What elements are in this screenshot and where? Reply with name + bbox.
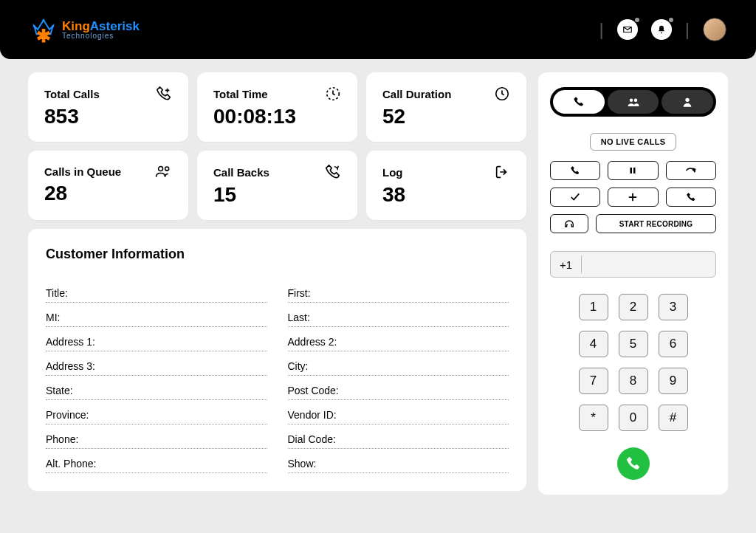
mail-icon[interactable] [617, 19, 638, 40]
stat-label: Call Duration [382, 88, 451, 100]
svg-point-2 [52, 25, 54, 27]
stat-value: 00:08:13 [213, 105, 341, 128]
customer-field[interactable]: MI: [46, 303, 267, 327]
stat-label: Log [382, 166, 403, 179]
keypad-1[interactable]: 1 [579, 294, 608, 320]
stat-value: 28 [44, 182, 172, 205]
customer-field[interactable]: State: [46, 376, 267, 400]
tab-user[interactable] [662, 90, 713, 114]
header-separator: | [599, 19, 604, 40]
action-call-icon[interactable] [550, 161, 600, 180]
svg-text:✱: ✱ [36, 26, 51, 44]
logo-brand: KingAsterisk [62, 20, 140, 32]
action-headset-icon[interactable] [550, 214, 588, 233]
keypad-6[interactable]: 6 [659, 331, 688, 357]
stat-label: Calls in Queue [44, 165, 121, 178]
svg-point-9 [633, 99, 637, 103]
keypad-9[interactable]: 9 [659, 368, 688, 394]
phone-refresh-icon [325, 164, 341, 180]
stat-card: Call Duration52 [366, 72, 526, 142]
customer-field[interactable]: Phone: [46, 424, 267, 449]
stat-label: Total Time [213, 88, 268, 100]
customer-fields: Title:First:MI:Last:Address 1:Address 2:… [46, 278, 509, 473]
clock-dashed-icon [325, 86, 341, 102]
customer-field[interactable]: Address 2: [288, 327, 509, 351]
svg-point-8 [629, 99, 633, 103]
stat-value: 52 [382, 105, 510, 128]
users-icon [154, 164, 172, 179]
customer-panel: Customer Information Title:First:MI:Last… [28, 229, 526, 491]
keypad-7[interactable]: 7 [579, 368, 608, 394]
stat-value: 15 [213, 183, 341, 207]
stat-card: Call Backs15 [197, 151, 357, 220]
start-recording-button[interactable]: START RECORDING [596, 214, 716, 233]
logo-subtitle: Technologies [62, 32, 140, 40]
customer-field[interactable]: City: [288, 351, 509, 376]
keypad-0[interactable]: 0 [619, 405, 648, 431]
action-check-icon[interactable] [550, 188, 600, 207]
logo: ✱ KingAsterisk Technologies [30, 16, 140, 44]
app-header: ✱ KingAsterisk Technologies | | [0, 0, 756, 59]
crown-icon: ✱ [30, 16, 58, 44]
customer-field[interactable]: Show: [288, 449, 509, 473]
keypad-5[interactable]: 5 [619, 331, 648, 357]
stat-card: Log38 [366, 151, 526, 220]
dialer-tabs [550, 87, 716, 117]
keypad-3[interactable]: 3 [659, 294, 688, 320]
customer-title: Customer Information [46, 247, 509, 262]
keypad: 123456789*0# [550, 294, 716, 431]
action-forward-icon[interactable] [666, 161, 716, 180]
bell-icon[interactable] [651, 19, 672, 40]
svg-rect-12 [633, 168, 636, 173]
stats-grid: Total Calls853Total Time00:08:13Call Dur… [28, 72, 526, 220]
customer-field[interactable]: First: [288, 278, 509, 303]
svg-rect-11 [630, 168, 633, 173]
avatar[interactable] [703, 18, 726, 41]
action-plus-icon[interactable] [608, 188, 658, 207]
customer-field[interactable]: Last: [288, 303, 509, 327]
dial-input[interactable]: +1 [550, 251, 716, 278]
call-button[interactable] [617, 447, 650, 480]
keypad-#[interactable]: # [659, 405, 688, 431]
customer-field[interactable]: Address 3: [46, 351, 267, 376]
action-call2-icon[interactable] [666, 188, 716, 207]
tab-phone[interactable] [553, 90, 605, 114]
keypad-4[interactable]: 4 [579, 331, 608, 357]
svg-point-7 [165, 167, 169, 171]
stat-card: Calls in Queue28 [28, 151, 188, 220]
keypad-*[interactable]: * [579, 405, 608, 431]
customer-field[interactable]: Address 1: [46, 327, 267, 351]
customer-field[interactable]: Alt. Phone: [46, 449, 267, 473]
logout-icon [494, 164, 510, 180]
clock-icon [494, 86, 510, 102]
stat-value: 38 [382, 183, 510, 207]
customer-field[interactable]: Post Code: [288, 376, 509, 400]
stat-label: Call Backs [213, 166, 269, 179]
customer-field[interactable]: Dial Code: [288, 424, 509, 449]
svg-point-10 [686, 98, 690, 102]
keypad-8[interactable]: 8 [619, 368, 648, 394]
svg-point-6 [159, 167, 163, 171]
action-pause-icon[interactable] [608, 161, 658, 180]
stat-card: Total Time00:08:13 [197, 72, 357, 142]
stat-label: Total Calls [44, 88, 100, 100]
dial-prefix: +1 [551, 255, 582, 273]
customer-field[interactable]: Vendor ID: [288, 400, 509, 424]
stat-value: 853 [44, 105, 172, 128]
svg-point-1 [42, 19, 44, 21]
tab-group[interactable] [608, 90, 659, 114]
phone-plus-icon [156, 86, 172, 102]
keypad-2[interactable]: 2 [619, 294, 648, 320]
no-live-calls-button[interactable]: NO LIVE CALLS [590, 133, 677, 151]
header-separator: | [685, 19, 690, 40]
customer-field[interactable]: Title: [46, 278, 267, 303]
stat-card: Total Calls853 [28, 72, 188, 142]
customer-field[interactable]: Province: [46, 400, 267, 424]
dialer-panel: NO LIVE CALLS START RECORDING +1 1234567… [538, 72, 728, 495]
svg-point-0 [33, 25, 35, 27]
